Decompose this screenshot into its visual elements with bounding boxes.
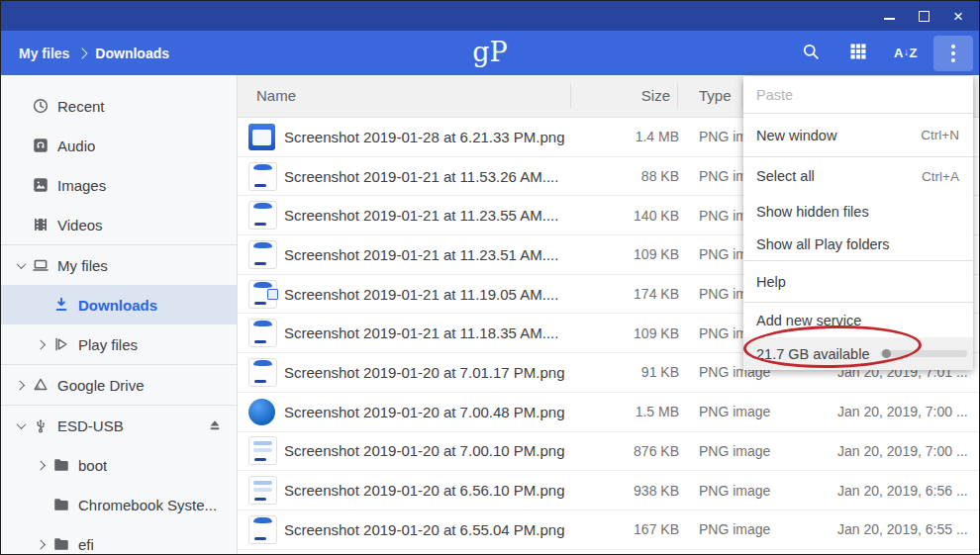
sidebar-item-label: Images xyxy=(57,177,106,194)
grid-view-button[interactable] xyxy=(838,36,878,71)
file-name: Screenshot 2019-01-28 at 6.21.33 PM.png xyxy=(284,129,580,145)
drive-icon xyxy=(32,376,57,394)
file-thumbnail-icon xyxy=(248,515,277,544)
file-size: 140 KB xyxy=(580,208,679,224)
menu-item-label: Select all xyxy=(756,168,815,184)
chevron-right-icon[interactable] xyxy=(32,456,52,474)
file-name: Screenshot 2019-01-20 at 6.56.10 PM.png xyxy=(284,482,580,499)
sidebar-item-boot[interactable]: boot xyxy=(1,445,237,485)
clock-icon xyxy=(32,97,57,115)
close-button[interactable]: × xyxy=(949,7,967,25)
menu-item-add-new-service[interactable]: Add new service xyxy=(743,303,973,337)
dropdown-menu: PasteNew windowCtrl+NSelect allCtrl+ASho… xyxy=(743,76,973,370)
file-name: Screenshot 2019-01-20 at 7.00.10 PM.png xyxy=(284,442,580,459)
gp-watermark: gP xyxy=(472,37,507,67)
sidebar-item-label: efi xyxy=(78,536,94,553)
computer-icon xyxy=(32,256,57,274)
chevron-down-icon[interactable] xyxy=(11,416,32,434)
more-menu-icon xyxy=(951,45,955,62)
column-divider xyxy=(741,84,742,108)
file-name: Screenshot 2019-01-21 at 11.53.26 AM.... xyxy=(284,168,580,185)
file-thumbnail-icon xyxy=(248,240,277,269)
folder-icon xyxy=(52,535,78,553)
file-size: 174 KB xyxy=(580,286,679,302)
sidebar-item-label: Play files xyxy=(78,336,138,353)
sidebar-item-recent[interactable]: Recent xyxy=(1,86,237,126)
sidebar-item-label: Downloads xyxy=(78,297,157,314)
file-size: 938 KB xyxy=(580,483,679,499)
table-row[interactable]: Screenshot 2019-01-20 at 6.55.04 PM.png1… xyxy=(238,510,979,550)
sidebar-item-label: Google Drive xyxy=(57,377,145,394)
eject-icon[interactable] xyxy=(206,416,224,434)
chevron-spacer xyxy=(11,216,32,233)
column-header-size[interactable]: Size xyxy=(571,75,670,117)
sidebar-item-chromebook-syste[interactable]: Chromebook Syste... xyxy=(1,485,237,524)
sidebar-item-esd-usb[interactable]: ESD-USB xyxy=(1,406,237,445)
table-row[interactable]: Screenshot 2019-01-20 at 7.00.48 PM.png1… xyxy=(238,393,979,432)
sidebar-item-label: My files xyxy=(57,257,108,274)
file-thumbnail-icon xyxy=(248,201,277,230)
file-thumbnail-icon xyxy=(248,399,275,425)
sort-az-icon: A↓Z xyxy=(894,46,918,60)
minimize-button[interactable] xyxy=(880,7,898,25)
folder-icon xyxy=(52,456,78,474)
menu-shortcut: Ctrl+N xyxy=(921,128,959,142)
sidebar-item-play-files[interactable]: Play files xyxy=(1,324,237,364)
sidebar-item-label: boot xyxy=(78,457,107,474)
file-size: 91 KB xyxy=(580,364,679,380)
chevron-right-icon[interactable] xyxy=(11,376,32,394)
file-thumbnail-icon xyxy=(248,280,277,309)
file-type: PNG image xyxy=(699,521,837,537)
sidebar-item-audio[interactable]: Audio xyxy=(1,126,237,165)
folder-icon xyxy=(52,496,78,513)
menu-item-show-hidden-files[interactable]: Show hidden files xyxy=(743,195,973,228)
file-size: 88 KB xyxy=(580,168,679,184)
window-titlebar: × xyxy=(1,1,979,31)
chevron-right-icon xyxy=(77,47,88,58)
menu-item-select-all[interactable]: Select allCtrl+A xyxy=(743,157,973,195)
sidebar-item-google-drive[interactable]: Google Drive xyxy=(1,365,237,405)
sort-button[interactable]: A↓Z xyxy=(886,36,926,71)
menu-item-label: Show all Play folders xyxy=(756,236,890,252)
chevron-right-icon[interactable] xyxy=(32,335,52,353)
file-size: 876 KB xyxy=(580,443,679,459)
toolbar-actions: A↓Z xyxy=(791,36,979,71)
file-thumbnail-icon xyxy=(248,358,277,387)
chevron-down-icon[interactable] xyxy=(11,256,32,274)
menu-item-show-all-play-folders[interactable]: Show all Play folders xyxy=(743,228,973,260)
sidebar-item-downloads[interactable]: Downloads xyxy=(1,285,237,324)
navigation-sidebar: RecentAudioImagesVideosMy filesDownloads… xyxy=(1,75,238,554)
sidebar-item-images[interactable]: Images xyxy=(1,165,237,205)
column-header-type[interactable]: Type xyxy=(699,75,732,117)
storage-meter xyxy=(880,350,967,357)
breadcrumb-my-files[interactable]: My files xyxy=(19,46,69,61)
file-size: 167 KB xyxy=(580,521,679,537)
images-icon xyxy=(32,176,57,194)
menu-item-help[interactable]: Help xyxy=(743,261,973,302)
file-type: PNG image xyxy=(699,443,837,459)
chevron-spacer xyxy=(11,137,32,154)
sidebar-item-efi[interactable]: efi xyxy=(1,524,237,554)
column-divider xyxy=(677,84,678,108)
table-row[interactable]: Screenshot 2019-01-20 at 7.00.10 PM.png8… xyxy=(238,432,979,472)
file-date: Jan 20, 2019, 7:00 ... xyxy=(837,443,979,459)
sidebar-item-my-files[interactable]: My files xyxy=(1,245,237,285)
column-header-name[interactable]: Name xyxy=(256,75,296,117)
menu-item-new-window[interactable]: New windowCtrl+N xyxy=(743,114,973,156)
file-name: Screenshot 2019-01-21 at 11.23.55 AM.... xyxy=(284,207,580,224)
file-thumbnail-icon xyxy=(248,124,275,150)
file-name: Screenshot 2019-01-21 at 11.23.51 AM.... xyxy=(284,246,580,263)
search-button[interactable] xyxy=(791,36,831,71)
file-name: Screenshot 2019-01-21 at 11.19.05 AM.... xyxy=(284,286,580,303)
menu-item-label: Add new service xyxy=(756,313,861,328)
table-row[interactable]: Screenshot 2019-01-20 at 6.56.10 PM.png9… xyxy=(238,471,979,510)
maximize-button[interactable] xyxy=(915,7,932,25)
sidebar-item-label: ESD-USB xyxy=(57,417,124,434)
menu-item-label: Paste xyxy=(756,87,793,103)
menu-item-21-7-gb-available: 21.7 GB available xyxy=(743,337,973,370)
more-options-button[interactable] xyxy=(933,36,973,71)
file-thumbnail-icon xyxy=(248,319,277,347)
chevron-right-icon[interactable] xyxy=(32,535,52,553)
file-name: Screenshot 2019-01-20 at 7.00.48 PM.png xyxy=(284,404,580,420)
sidebar-item-videos[interactable]: Videos xyxy=(1,205,237,244)
